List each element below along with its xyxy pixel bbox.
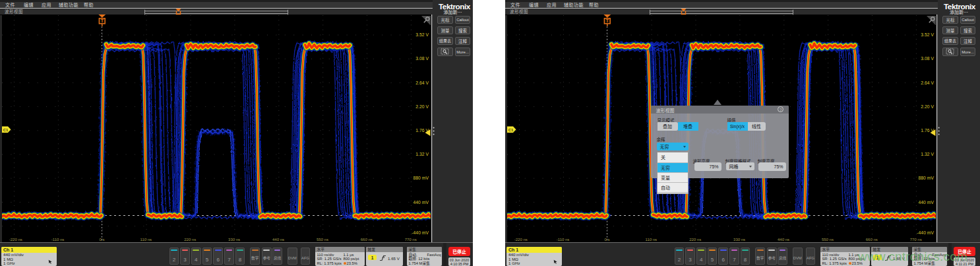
svg-text:110 ns: 110 ns — [646, 238, 658, 242]
svg-text:330 ns: 330 ns — [733, 238, 745, 242]
svg-text:550 ns: 550 ns — [822, 238, 834, 242]
svg-text:220 ns: 220 ns — [689, 238, 701, 242]
svg-text:C1: C1 — [3, 128, 9, 132]
svg-text:440 mV: 440 mV — [413, 200, 429, 205]
svg-text:T: T — [606, 18, 609, 23]
svg-text:2.20 V: 2.20 V — [921, 104, 934, 109]
svg-text:330 ns: 330 ns — [228, 238, 240, 242]
svg-text:770 ns: 770 ns — [910, 238, 922, 242]
svg-text:T: T — [101, 18, 104, 23]
svg-text:880 mV: 880 mV — [919, 176, 934, 180]
svg-text:2.64 V: 2.64 V — [415, 81, 429, 85]
svg-text:-440 mV: -440 mV — [412, 230, 429, 235]
svg-text:2.64 V: 2.64 V — [921, 81, 934, 85]
svg-text:3.08 V: 3.08 V — [921, 56, 934, 61]
svg-text:110 ns: 110 ns — [140, 238, 152, 242]
svg-text:660 ns: 660 ns — [866, 238, 878, 242]
svg-text:3.52 V: 3.52 V — [415, 32, 429, 37]
svg-text:2.20 V: 2.20 V — [415, 104, 429, 109]
svg-text:440 ns: 440 ns — [778, 238, 789, 242]
svg-text:660 ns: 660 ns — [361, 238, 373, 242]
svg-text:440 mV: 440 mV — [919, 200, 934, 205]
svg-text:440 ns: 440 ns — [272, 238, 284, 242]
svg-text:-220 ns: -220 ns — [514, 238, 528, 242]
svg-text:3.52 V: 3.52 V — [921, 32, 934, 37]
svg-text:0 s: 0 s — [604, 238, 609, 242]
svg-text:880 mV: 880 mV — [413, 176, 429, 180]
svg-text:C1: C1 — [508, 128, 514, 132]
svg-text:3.08 V: 3.08 V — [415, 56, 429, 61]
svg-text:-110 ns: -110 ns — [557, 238, 570, 242]
svg-text:-440 mV: -440 mV — [917, 230, 934, 235]
svg-text:-220 ns: -220 ns — [9, 238, 22, 242]
svg-text:770 ns: 770 ns — [405, 238, 417, 242]
svg-text:1.32 V: 1.32 V — [921, 152, 934, 156]
svg-text:-110 ns: -110 ns — [51, 238, 65, 242]
svg-text:1.32 V: 1.32 V — [415, 152, 429, 156]
svg-text:220 ns: 220 ns — [184, 238, 196, 242]
svg-text:550 ns: 550 ns — [317, 238, 328, 242]
svg-text:0 s: 0 s — [99, 238, 104, 242]
